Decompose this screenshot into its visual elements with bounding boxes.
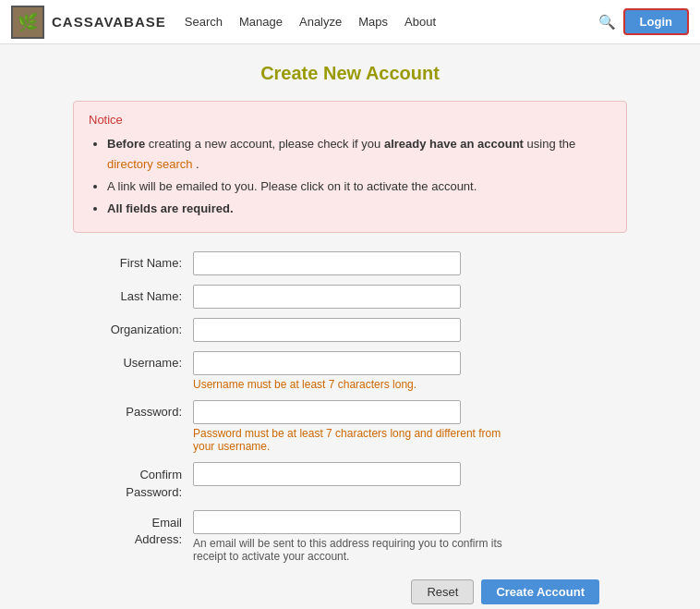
password-field-wrap: Password must be at least 7 characters l… [193,400,627,453]
notice-required: All fields are required. [107,201,234,215]
site-name: CASSAVABASE [52,14,166,30]
logo-area: 🌿 CASSAVABASE [11,6,166,39]
logo-icon: 🌿 [11,6,44,39]
notice-text3: . [196,157,199,171]
password-label: Password: [73,400,193,419]
create-account-form: First Name: Last Name: Organization: Use… [73,251,627,603]
login-button[interactable]: Login [623,8,689,35]
form-row-organization: Organization: [73,318,627,342]
last-name-input[interactable] [193,285,461,309]
notice-item-2: A link will be emailed to you. Please cl… [107,177,611,197]
username-hint: Username must be at least 7 characters l… [193,378,516,391]
form-row-password: Password: Password must be at least 7 ch… [73,400,627,453]
nav-manage[interactable]: Manage [239,15,283,29]
notice-item-3: All fields are required. [107,199,611,219]
header: 🌿 CASSAVABASE Search Manage Analyze Maps… [0,0,700,44]
organization-input[interactable] [193,318,461,342]
last-name-label: Last Name: [73,285,193,303]
page-title: Create New Account [73,63,627,84]
form-row-username: Username: Username must be at least 7 ch… [73,351,627,391]
reset-button[interactable]: Reset [411,579,474,604]
username-input[interactable] [193,351,461,375]
username-field-wrap: Username must be at least 7 characters l… [193,351,627,391]
password-hint: Password must be at least 7 characters l… [193,427,516,453]
notice-text1: creating a new account, please check if … [149,137,384,151]
notice-text2: using the [527,137,576,151]
email-label: EmailAddress: [73,510,193,548]
notice-box: Notice Before creating a new account, pl… [73,101,627,233]
email-hint: An email will be sent to this address re… [193,537,516,563]
last-name-field-wrap [193,285,627,309]
organization-label: Organization: [73,318,193,336]
username-label: Username: [73,351,193,370]
notice-already-bold: already have an account [384,137,524,151]
notice-title: Notice [89,113,611,127]
email-field-wrap: An email will be sent to this address re… [193,510,627,563]
form-row-first-name: First Name: [73,251,627,275]
nav-maps[interactable]: Maps [358,15,388,29]
email-input[interactable] [193,510,461,534]
form-row-email: EmailAddress: An email will be sent to t… [73,510,627,563]
nav-about[interactable]: About [404,15,436,29]
nav-search[interactable]: Search [185,15,223,29]
main-nav: Search Manage Analyze Maps About [185,15,598,29]
create-account-button[interactable]: Create Account [481,579,599,604]
notice-item-1: Before creating a new account, please ch… [107,134,611,175]
notice-list: Before creating a new account, please ch… [89,134,611,219]
confirm-password-input[interactable] [193,462,461,486]
organization-field-wrap [193,318,627,342]
notice-before-bold: Before [107,137,145,151]
nav-analyze[interactable]: Analyze [299,15,342,29]
search-icon-button[interactable]: 🔍 [598,14,616,30]
first-name-label: First Name: [73,251,193,270]
confirm-password-label: ConfirmPassword: [73,462,193,500]
confirm-password-field-wrap [193,462,627,486]
first-name-field-wrap [193,251,627,275]
password-input[interactable] [193,400,461,424]
form-buttons: Reset Create Account [73,579,627,604]
header-right: 🔍 Login [598,8,689,35]
form-row-confirm-password: ConfirmPassword: [73,462,627,500]
form-row-last-name: Last Name: [73,285,627,309]
main-content: Create New Account Notice Before creatin… [64,63,636,604]
first-name-input[interactable] [193,251,461,275]
directory-search-link[interactable]: directory search [107,157,192,171]
